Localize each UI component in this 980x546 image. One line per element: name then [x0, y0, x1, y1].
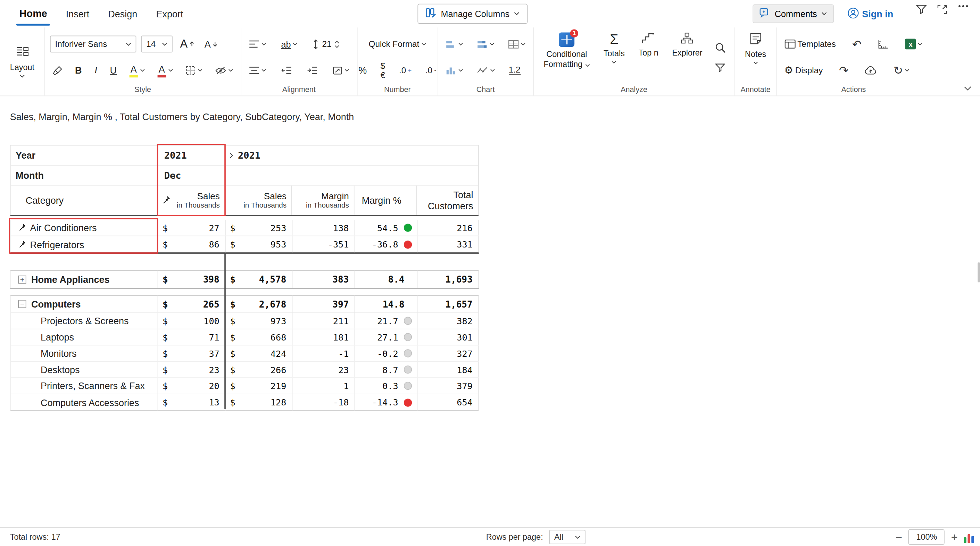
number-format-button[interactable]: 1.2 — [506, 64, 523, 77]
bar-chart-button[interactable] — [443, 38, 466, 50]
zoom-in-button[interactable]: + — [951, 532, 958, 543]
pinned-sales-cell[interactable]: $27 — [158, 220, 225, 236]
quick-format-button[interactable]: Quick Format — [366, 38, 428, 50]
refresh-button[interactable]: ↻ — [891, 63, 912, 78]
pinned-sales-cell[interactable]: $86 — [158, 236, 225, 252]
margin-pct-cell[interactable]: 27.1 — [355, 329, 417, 345]
margin-cell[interactable]: -1 — [293, 345, 355, 361]
margin-pct-cell[interactable]: 0.3 — [355, 378, 417, 394]
margin-pct-cell[interactable]: 8.7 — [355, 362, 417, 377]
sales-cell[interactable]: $668 — [226, 329, 293, 345]
row-name-cell[interactable]: Refrigerators — [11, 236, 158, 252]
rows-per-page-select[interactable]: All — [549, 530, 585, 544]
margin-cell[interactable]: 397 — [293, 295, 355, 313]
column-chart-button[interactable] — [443, 65, 466, 76]
tab-design[interactable]: Design — [99, 0, 146, 27]
format-painter-icon[interactable] — [50, 64, 65, 77]
layout-button[interactable]: Layout — [5, 44, 39, 79]
table-row[interactable]: Printers, Scanners & Fax $20 $219 1 0.3 … — [11, 378, 479, 394]
margin-pct-cell[interactable]: 21.7 — [355, 313, 417, 329]
table-row[interactable]: Refrigerators $86 $953 -351 -36.8 331 — [11, 236, 479, 252]
collapse-icon[interactable] — [18, 300, 26, 308]
row-name-cell[interactable]: Printers, Scanners & Fax — [11, 378, 158, 394]
top-n-button[interactable]: Top n — [633, 31, 663, 83]
expand-icon[interactable] — [937, 5, 948, 14]
decrease-font-size-button[interactable]: A — [202, 38, 220, 51]
display-button[interactable]: ⚙ Display — [782, 63, 825, 78]
italic-button[interactable]: I — [92, 64, 100, 77]
margin-pct-cell[interactable]: 54.5 — [355, 220, 417, 236]
margin-pct-header-cell[interactable]: Margin % — [355, 186, 417, 215]
sales-header-cell[interactable]: Sales in Thousands — [225, 186, 292, 215]
filter-icon[interactable] — [916, 5, 927, 14]
table-row[interactable]: Computers $265 $2,678 397 14.8 1,657 — [11, 295, 479, 313]
margin-cell[interactable]: -18 — [293, 394, 355, 411]
search-icon[interactable] — [715, 42, 726, 53]
comments-button[interactable]: Comments — [753, 5, 834, 23]
ruler-icon[interactable] — [875, 38, 892, 50]
margin-pct-cell[interactable]: 14.8 — [355, 295, 417, 313]
pinned-month-cell[interactable]: Dec — [158, 165, 225, 185]
undo-icon[interactable]: ↶ — [850, 37, 864, 51]
customers-cell[interactable]: 327 — [417, 345, 479, 361]
pin-icon[interactable] — [162, 195, 170, 206]
table-row[interactable]: Computers Accessories $13 $128 -18 -14.3… — [11, 394, 479, 411]
zoom-out-button[interactable]: − — [896, 532, 902, 543]
pinned-sales-cell[interactable]: $398 — [158, 270, 225, 288]
inforiver-logo-icon[interactable] — [964, 532, 974, 543]
margin-cell[interactable]: 1 — [293, 378, 355, 394]
customers-cell[interactable]: 184 — [417, 362, 479, 377]
tab-insert[interactable]: Insert — [57, 0, 99, 27]
decrease-indent-button[interactable] — [278, 65, 294, 76]
margin-cell[interactable]: 383 — [293, 270, 355, 288]
margin-header-cell[interactable]: Margin in Thousands — [292, 186, 355, 215]
chevron-right-icon[interactable] — [229, 152, 233, 158]
spinner-down-icon[interactable] — [335, 45, 340, 48]
increase-indent-button[interactable] — [304, 65, 320, 76]
templates-button[interactable]: Templates — [782, 38, 838, 50]
row-height-stepper[interactable]: 21 — [310, 38, 342, 50]
text-orientation-button[interactable] — [330, 65, 352, 76]
row-name-cell[interactable]: Laptops — [11, 329, 158, 345]
pinned-year-cell[interactable]: 2021 — [158, 146, 225, 165]
font-size-select[interactable]: 14 — [142, 36, 173, 53]
sales-cell[interactable]: $266 — [226, 362, 293, 377]
row-name-cell[interactable]: Home Appliances — [11, 270, 158, 288]
decrease-decimal-button[interactable]: .0- — [423, 64, 439, 76]
row-name-cell[interactable]: Desktops — [11, 362, 158, 377]
notes-button[interactable]: Notes — [740, 31, 771, 83]
vertical-align-button[interactable] — [246, 65, 269, 76]
sales-cell[interactable]: $424 — [226, 345, 293, 361]
customers-cell[interactable]: 1,693 — [417, 270, 479, 288]
collapse-ribbon-icon[interactable] — [964, 86, 972, 90]
customers-cell[interactable]: 654 — [417, 394, 479, 411]
expand-icon[interactable] — [18, 275, 26, 283]
sign-in-button[interactable]: Sign in — [840, 7, 901, 21]
row-name-cell[interactable]: Monitors — [11, 345, 158, 361]
margin-cell[interactable]: 23 — [293, 362, 355, 377]
table-row[interactable]: Desktops $23 $266 23 8.7 184 — [11, 362, 479, 378]
customers-cell[interactable]: 1,657 — [417, 295, 479, 313]
margin-cell[interactable]: 138 — [293, 220, 355, 236]
customers-cell[interactable]: 379 — [417, 378, 479, 394]
zoom-level[interactable]: 100% — [908, 529, 945, 545]
cloud-upload-icon[interactable] — [862, 64, 880, 76]
export-excel-button[interactable]: x — [903, 38, 926, 51]
row-name-cell[interactable]: Computers Accessories — [11, 394, 158, 411]
row-name-cell[interactable]: Projectors & Screens — [11, 313, 158, 329]
sales-cell[interactable]: $2,678 — [226, 295, 293, 313]
manage-columns-button[interactable]: Manage Columns — [418, 4, 528, 24]
pin-icon[interactable] — [18, 222, 26, 233]
pinned-sales-cell[interactable]: $265 — [158, 295, 225, 313]
sparkline-button[interactable] — [474, 65, 498, 76]
sales-cell[interactable]: $973 — [226, 313, 293, 329]
underline-button[interactable]: U — [107, 64, 119, 77]
month-row-label[interactable]: Month — [11, 165, 158, 185]
pinned-sales-cell[interactable]: $13 — [158, 394, 225, 411]
sales-cell[interactable]: $253 — [226, 220, 293, 236]
table-row[interactable]: Projectors & Screens $100 $973 211 21.7 … — [11, 313, 479, 329]
customers-cell[interactable]: 382 — [417, 313, 479, 329]
margin-pct-cell[interactable]: -14.3 — [355, 394, 417, 411]
font-color-button[interactable]: A — [155, 62, 175, 78]
margin-pct-cell[interactable]: 8.4 — [355, 270, 417, 288]
